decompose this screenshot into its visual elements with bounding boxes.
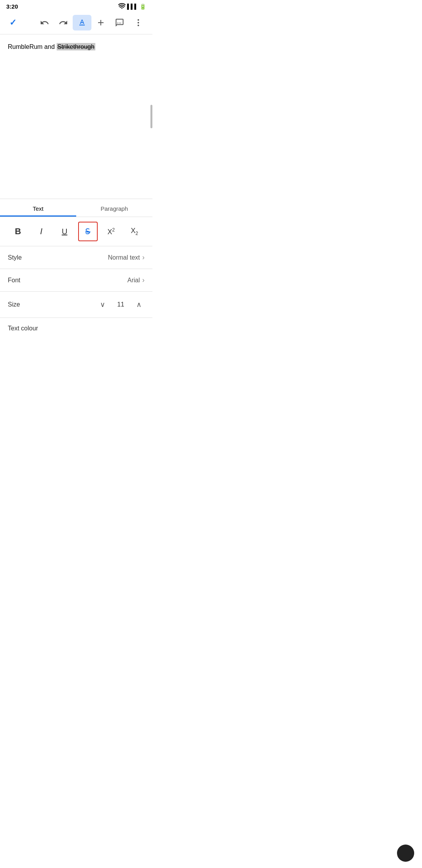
subscript-icon: X2 [131, 227, 138, 236]
document-content: RumbleRum and Strikethrough [8, 42, 145, 52]
superscript-button[interactable]: X2 [101, 222, 121, 241]
check-button[interactable]: ✓ [5, 14, 21, 31]
document-area[interactable]: RumbleRum and Strikethrough [0, 34, 152, 199]
signal-icon: ▌▌▌ [127, 4, 138, 9]
text-colour-label: Text colour [8, 325, 145, 332]
svg-point-2 [138, 25, 139, 26]
font-label: Font [8, 277, 127, 284]
redo-button[interactable] [54, 15, 73, 30]
size-increase-button[interactable]: ∧ [133, 299, 145, 310]
style-label: Style [8, 254, 108, 261]
tab-paragraph[interactable]: Paragraph [76, 199, 152, 217]
top-toolbar: ✓ [0, 11, 152, 34]
size-label: Size [8, 301, 97, 308]
format-panel: Text Paragraph B I U S̶ X2 X2 Style Norm… [0, 199, 152, 339]
size-controls: ∨ 11 ∧ [97, 299, 145, 310]
format-tabs: Text Paragraph [0, 199, 152, 217]
style-chevron-icon: › [142, 253, 145, 262]
text-colour-row[interactable]: Text colour [0, 318, 152, 339]
svg-point-0 [138, 19, 139, 21]
more-button[interactable] [129, 15, 148, 30]
status-icons: ▌▌▌ 🔋 [118, 3, 146, 10]
font-value-text: Arial [127, 277, 140, 284]
font-value: Arial › [127, 276, 145, 284]
font-row[interactable]: Font Arial › [0, 269, 152, 292]
status-time: 3:20 [6, 3, 18, 10]
undo-button[interactable] [35, 15, 54, 30]
bold-button[interactable]: B [8, 222, 28, 241]
status-bar: 3:20 ▌▌▌ 🔋 [0, 0, 152, 11]
font-chevron-icon: › [142, 276, 145, 284]
subscript-button[interactable]: X2 [125, 222, 144, 241]
superscript-icon: X2 [107, 227, 115, 236]
format-buttons-row: B I U S̶ X2 X2 [0, 217, 152, 246]
scrollbar[interactable] [150, 105, 152, 128]
strikethrough-button[interactable]: S̶ [78, 222, 98, 241]
comment-button[interactable] [110, 15, 129, 30]
battery-icon: 🔋 [139, 4, 146, 10]
wifi-icon [118, 3, 125, 10]
underline-button[interactable]: U [55, 222, 74, 241]
style-row[interactable]: Style Normal text › [0, 246, 152, 269]
size-decrease-button[interactable]: ∨ [97, 299, 108, 310]
strikethrough-icon: S̶ [85, 227, 90, 236]
format-text-button[interactable] [73, 15, 91, 30]
size-row: Size ∨ 11 ∧ [0, 292, 152, 318]
doc-plain-text: RumbleRum and [8, 43, 57, 50]
add-button[interactable] [91, 15, 110, 30]
tab-text[interactable]: Text [0, 199, 76, 217]
size-value: 11 [116, 301, 125, 308]
svg-point-1 [138, 22, 139, 23]
style-value: Normal text › [108, 253, 145, 262]
italic-button[interactable]: I [31, 222, 51, 241]
doc-strikethrough-text: Strikethrough [57, 43, 95, 50]
style-value-text: Normal text [108, 254, 140, 261]
toolbar-right [35, 15, 148, 30]
